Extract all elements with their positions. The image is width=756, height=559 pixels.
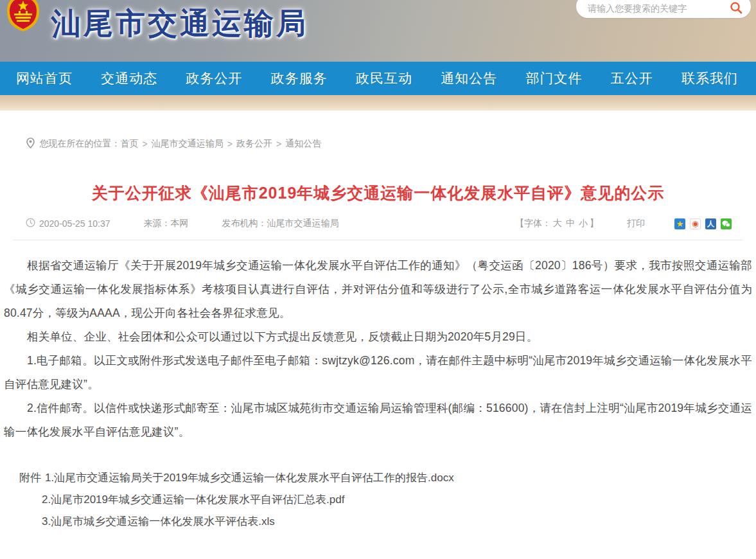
paragraph-1: 根据省交通运输厅《关于开展2019年城乡交通运输一体化发展水平自评估工作的通知》… (4, 254, 752, 325)
font-size-large-button[interactable]: 大 (553, 218, 562, 228)
breadcrumb-separator: > (276, 139, 281, 149)
breadcrumb-notices[interactable]: 通知公告 (285, 138, 321, 150)
print-button[interactable]: 打印 (627, 218, 645, 229)
share-weibo-icon[interactable]: ◉ (690, 218, 701, 229)
nav-item-dept-files[interactable]: 部门文件 (526, 69, 583, 87)
article-body: 根据省交通运输厅《关于开展2019年城乡交通运输一体化发展水平自评估工作的通知》… (0, 254, 756, 444)
attachment-row: 3.汕尾市城乡交通运输一体化发展水平评估表.xls (19, 511, 756, 533)
share-qzone-icon[interactable]: ★ (674, 218, 685, 229)
clock-icon (26, 218, 35, 229)
share-wechat-icon[interactable] (721, 218, 732, 229)
publisher-field: 发布机构：汕尾市交通运输局 (222, 218, 339, 229)
nav-item-five-open[interactable]: 五公开 (611, 69, 653, 87)
attachment-link-xls[interactable]: 3.汕尾市城乡交通运输一体化发展水平评估表.xls (42, 511, 275, 533)
paragraph-4: 2.信件邮寄。以信件或快递形式邮寄至：汕尾市城区城苑街市交通运输局运输管理科(邮… (4, 396, 752, 444)
source-label: 来源： (144, 218, 171, 229)
publish-datetime: 2020-05-25 10:37 (39, 218, 110, 229)
breadcrumb-prefix: 您现在所在的位置： (40, 138, 121, 150)
attachment-link-docx[interactable]: 1.汕尾市交通运输局关于2019年城乡交通运输一体化发展水平自评估工作的报告.d… (45, 467, 454, 489)
article-meta: 2020-05-25 10:37 来源：本网 发布机构：汕尾市交通运输局 【字体… (26, 218, 732, 229)
nav-item-notices[interactable]: 通知公告 (441, 69, 497, 87)
font-size-control: 【字体：大中小】 (515, 218, 599, 229)
nav-item-gov-services[interactable]: 政务服务 (271, 69, 328, 87)
nav-item-contact[interactable]: 联系我们 (681, 69, 738, 87)
site-title: 汕尾市交通运输局 (51, 4, 308, 44)
font-size-close: 】 (590, 218, 599, 228)
attachment-row: 2.汕尾市2019年城乡交通运输一体化发展水平自评估汇总表.pdf (19, 489, 756, 511)
share-renren-icon[interactable]: 人 (705, 218, 716, 229)
site-header: 汕尾市交通运输局 (0, 0, 756, 62)
paragraph-2: 相关单位、企业、社会团体和公众可以通过以下方式提出反馈意见，反馈截止日期为202… (4, 325, 752, 349)
breadcrumb-separator: > (227, 139, 233, 149)
font-size-small-button[interactable]: 小 (579, 218, 588, 228)
nav-item-gov-affairs[interactable]: 政务公开 (186, 69, 243, 87)
search-input[interactable] (588, 0, 729, 13)
breadcrumb-separator: > (143, 139, 148, 149)
breadcrumb: 您现在所在的位置： 首页 > 汕尾市交通运输局 > 政务公开 > 通知公告 (16, 127, 742, 161)
meta-divider (13, 240, 743, 240)
breadcrumb-bureau[interactable]: 汕尾市交通运输局 (152, 138, 224, 150)
nav-item-traffic-news[interactable]: 交通动态 (101, 69, 157, 87)
share-bar: ★ ◉ 人 (674, 218, 732, 229)
attachment-link-pdf[interactable]: 2.汕尾市2019年城乡交通运输一体化发展水平自评估汇总表.pdf (42, 489, 344, 511)
font-size-medium-button[interactable]: 中 (566, 218, 575, 228)
national-emblem-logo (5, 0, 41, 33)
attachments-label: 附件 (19, 467, 41, 489)
font-size-open: 【字体： (515, 218, 551, 228)
location-pin-icon (16, 127, 35, 161)
search-box (576, 0, 751, 18)
nav-item-home[interactable]: 网站首页 (16, 69, 73, 87)
publisher-label: 发布机构： (222, 218, 267, 229)
attachment-row: 附件 1.汕尾市交通运输局关于2019年城乡交通运输一体化发展水平自评估工作的报… (19, 467, 756, 489)
paragraph-3: 1.电子邮箱。以正文或附件形式发送电子邮件至电子邮箱：swjtzyk@126.c… (4, 349, 752, 396)
breadcrumb-gov-affairs[interactable]: 政务公开 (236, 138, 272, 150)
article-title: 关于公开征求《汕尾市2019年城乡交通运输一体化发展水平自评》意见的公示 (0, 182, 756, 204)
source-value: 本网 (171, 218, 189, 229)
header-photo-strip (0, 95, 756, 111)
publisher-value: 汕尾市交通运输局 (267, 218, 339, 229)
source-field: 来源：本网 (144, 218, 189, 229)
main-nav: 网站首页 交通动态 政务公开 政务服务 政民互动 通知公告 部门文件 五公开 联… (0, 62, 756, 95)
nav-item-interaction[interactable]: 政民互动 (356, 69, 412, 87)
search-icon[interactable] (729, 0, 743, 15)
breadcrumb-home[interactable]: 首页 (121, 138, 139, 150)
attachments-list: 附件 1.汕尾市交通运输局关于2019年城乡交通运输一体化发展水平自评估工作的报… (0, 467, 756, 533)
